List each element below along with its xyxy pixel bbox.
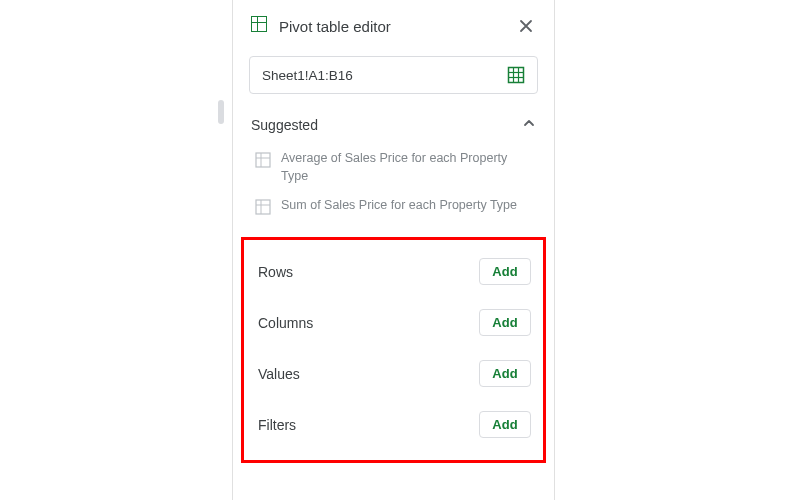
grid-select-icon (507, 66, 525, 84)
close-button[interactable] (514, 14, 538, 38)
svg-rect-1 (252, 17, 257, 22)
panel-title: Pivot table editor (279, 18, 514, 35)
select-range-button[interactable] (505, 64, 527, 86)
svg-rect-5 (509, 68, 524, 83)
close-icon (518, 18, 534, 34)
pivot-table-editor-panel: Pivot table editor Suggested (232, 0, 555, 500)
data-range-field[interactable] (249, 56, 538, 94)
suggested-item[interactable]: Average of Sales Price for each Property… (233, 144, 554, 191)
svg-rect-4 (258, 23, 266, 31)
svg-rect-3 (252, 23, 257, 31)
suggested-toggle[interactable]: Suggested (233, 98, 554, 138)
suggested-list: Average of Sales Price for each Property… (233, 138, 554, 235)
highlight-annotation: Rows Add Columns Add Values Add Filters … (241, 237, 546, 463)
suggested-label: Suggested (251, 117, 522, 133)
add-columns-button[interactable]: Add (479, 309, 531, 336)
svg-rect-13 (256, 200, 270, 214)
suggested-item-text: Average of Sales Price for each Property… (281, 150, 536, 185)
columns-section: Columns Add (250, 297, 537, 348)
left-gutter-handle (218, 100, 224, 124)
pivot-mini-icon (255, 199, 271, 219)
chevron-up-icon (522, 116, 536, 134)
values-section: Values Add (250, 348, 537, 399)
filters-section: Filters Add (250, 399, 537, 450)
svg-rect-2 (258, 17, 266, 22)
add-rows-button[interactable]: Add (479, 258, 531, 285)
data-range-input[interactable] (262, 68, 505, 83)
columns-label: Columns (258, 315, 313, 331)
add-filters-button[interactable]: Add (479, 411, 531, 438)
panel-header: Pivot table editor (233, 0, 554, 48)
values-label: Values (258, 366, 300, 382)
filters-label: Filters (258, 417, 296, 433)
rows-section: Rows Add (250, 246, 537, 297)
svg-rect-10 (256, 153, 270, 167)
suggested-item[interactable]: Sum of Sales Price for each Property Typ… (233, 191, 554, 225)
add-values-button[interactable]: Add (479, 360, 531, 387)
suggested-item-text: Sum of Sales Price for each Property Typ… (281, 197, 523, 215)
pivot-table-icon (249, 14, 269, 38)
pivot-mini-icon (255, 152, 271, 172)
rows-label: Rows (258, 264, 293, 280)
